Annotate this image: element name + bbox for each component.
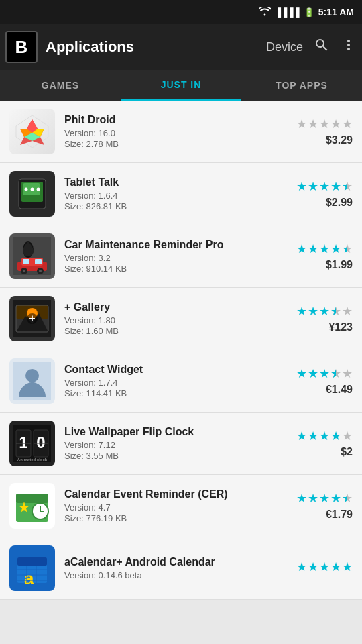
svg-point-10 <box>31 188 34 191</box>
list-item[interactable]: + + Gallery Version: 1.80 Size: 1.60 MB … <box>0 288 362 350</box>
app-icon: 1 0 Animated clock <box>9 421 55 466</box>
list-item[interactable]: Calendar Event Reminder (CER) Version: 4… <box>0 475 362 537</box>
app-price: ¥123 <box>328 321 353 333</box>
app-icon <box>9 483 55 529</box>
tab-top-apps[interactable]: TOP APPS <box>241 70 362 101</box>
app-rating: ★★★★★ <box>279 559 353 577</box>
signal-icon: ▐▐▐▐ <box>275 7 300 17</box>
svg-point-11 <box>37 188 40 191</box>
more-icon[interactable] <box>341 37 357 57</box>
stars: ★★★★★ <box>296 559 353 574</box>
list-item[interactable]: Car Maintenance Reminder Pro Version: 3.… <box>0 225 362 288</box>
svg-text:a: a <box>24 568 34 587</box>
list-item[interactable]: 1 0 Animated clock Live Wallpaper Flip C… <box>0 413 362 475</box>
app-icon: a <box>9 545 55 591</box>
app-icon: + <box>9 296 55 341</box>
svg-rect-16 <box>23 259 29 264</box>
app-list: Phit Droid Version: 16.0 Size: 2.78 MB ★… <box>0 101 362 600</box>
app-price: $3.29 <box>326 134 353 146</box>
stars: ★★★★ ★ ★ <box>296 241 353 256</box>
search-icon[interactable] <box>314 37 330 57</box>
app-name: Car Maintenance Reminder Pro <box>64 239 279 251</box>
app-name: Calendar Event Reminder (CER) <box>64 488 279 500</box>
tab-just-in[interactable]: JUST IN <box>121 70 241 101</box>
tab-games[interactable]: GAMES <box>0 70 121 101</box>
status-bar: ▐▐▐▐ 🔋 5:11 AM <box>0 0 362 24</box>
app-version: Version: 1.6.4 <box>64 191 279 201</box>
list-item[interactable]: Tablet Talk Version: 1.6.4 Size: 826.81 … <box>0 163 362 225</box>
app-info: Tablet Talk Version: 1.6.4 Size: 826.81 … <box>64 176 279 211</box>
list-item[interactable]: Phit Droid Version: 16.0 Size: 2.78 MB ★… <box>0 101 362 163</box>
app-price: €1.49 <box>326 384 353 396</box>
app-icon-gallery: + <box>9 296 55 341</box>
app-rating: ★★★ ★ ★ ★ ¥123 <box>279 304 353 333</box>
app-size: Size: 114.41 KB <box>64 388 279 398</box>
app-rating: ★★★★ ★ ★ $1.99 <box>279 241 353 271</box>
svg-point-31 <box>25 369 39 382</box>
app-icon <box>9 171 55 217</box>
stars: ★★★★★ <box>296 429 353 443</box>
app-size: Size: 3.55 MB <box>64 451 279 461</box>
app-icon-phit <box>9 109 55 154</box>
list-item[interactable]: Contact Widget Version: 1.7.4 Size: 114.… <box>0 350 362 413</box>
app-info: Car Maintenance Reminder Pro Version: 3.… <box>64 239 279 274</box>
app-version: Version: 1.80 <box>64 315 279 325</box>
app-icon-contact <box>9 358 55 404</box>
app-price: €1.79 <box>326 508 353 521</box>
stars: ★★★★ ★ ★ <box>296 491 353 506</box>
app-rating: ★★★★★ $2 <box>279 429 353 458</box>
stars: ★★★★ ★ ★ <box>296 179 353 194</box>
tabs: GAMES JUST IN TOP APPS <box>0 70 362 101</box>
app-icon-tablet <box>9 171 55 217</box>
wifi-icon <box>259 7 271 18</box>
app-rating: ★★★★ ★ ★ $2.99 <box>279 179 353 209</box>
stars: ★★★ ★ ★ ★ <box>296 366 353 381</box>
header-icons <box>314 37 357 57</box>
app-icon <box>9 358 55 404</box>
app-size: Size: 776.19 KB <box>64 513 279 523</box>
app-version: Version: 0.14.6 beta <box>64 570 279 580</box>
app-icon-clock: 1 0 Animated clock <box>9 421 55 466</box>
header-title: Applications <box>46 38 255 56</box>
top-bar: B Applications Device <box>0 24 362 70</box>
app-info: + Gallery Version: 1.80 Size: 1.60 MB <box>64 301 279 336</box>
app-icon-calendar <box>9 483 55 529</box>
svg-text:1: 1 <box>19 433 27 451</box>
status-time: 5:11 AM <box>318 7 354 17</box>
svg-text:+: + <box>29 313 35 324</box>
svg-rect-17 <box>35 259 42 264</box>
app-name: Live Wallpaper Flip Clock <box>64 426 279 438</box>
app-name: + Gallery <box>64 301 279 313</box>
app-price: $2.99 <box>326 197 353 209</box>
svg-point-9 <box>25 188 28 191</box>
app-size: Size: 2.78 MB <box>64 139 279 149</box>
app-version: Version: 16.0 <box>64 128 279 138</box>
app-info: Live Wallpaper Flip Clock Version: 7.12 … <box>64 426 279 461</box>
app-rating: ★★★★ ★ ★ €1.79 <box>279 491 353 521</box>
stars: ★★★ ★ ★ ★ <box>296 304 353 319</box>
app-size: Size: 910.14 KB <box>64 264 279 274</box>
device-button[interactable]: Device <box>255 40 314 54</box>
svg-text:0: 0 <box>36 433 45 451</box>
app-logo: B <box>5 31 38 63</box>
app-version: Version: 3.2 <box>64 253 279 263</box>
svg-point-20 <box>23 270 25 272</box>
app-icon <box>9 109 55 154</box>
list-item[interactable]: a aCalendar+ Android Calendar Version: 0… <box>0 537 362 600</box>
app-rating: ★★★ ★ ★ ★ €1.49 <box>279 366 353 396</box>
app-info: aCalendar+ Android Calendar Version: 0.1… <box>64 556 279 581</box>
app-price: $1.99 <box>326 259 353 271</box>
app-rating: ★★★★★ $3.29 <box>279 117 353 146</box>
status-icons: ▐▐▐▐ 🔋 5:11 AM <box>259 7 354 18</box>
app-name: Tablet Talk <box>64 176 279 189</box>
app-name: aCalendar+ Android Calendar <box>64 556 279 568</box>
app-icon-car <box>9 233 55 279</box>
app-name: Contact Widget <box>64 364 279 376</box>
app-icon <box>9 233 55 279</box>
app-version: Version: 1.7.4 <box>64 378 279 388</box>
battery-icon: 🔋 <box>304 7 314 17</box>
svg-rect-49 <box>17 557 47 566</box>
app-info: Contact Widget Version: 1.7.4 Size: 114.… <box>64 364 279 398</box>
app-info: Phit Droid Version: 16.0 Size: 2.78 MB <box>64 114 279 149</box>
app-size: Size: 1.60 MB <box>64 326 279 336</box>
